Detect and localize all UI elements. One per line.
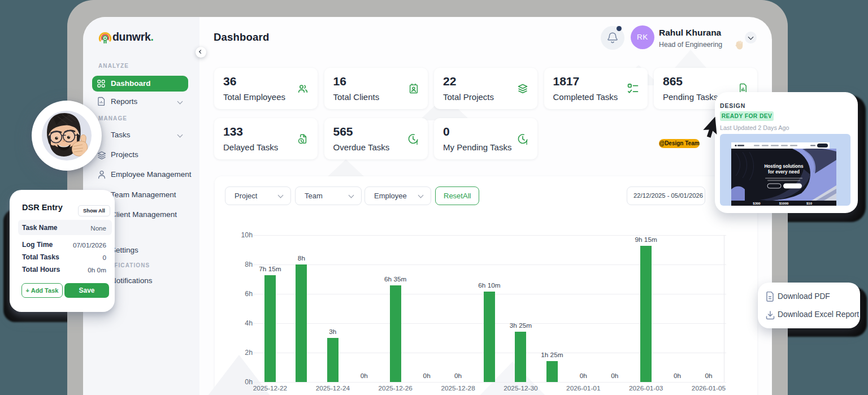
svg-text:$300: $300 xyxy=(753,202,761,205)
svg-text:for every need: for every need xyxy=(768,170,800,175)
svg-text:Hosting solutions: Hosting solutions xyxy=(764,164,804,169)
svg-text:$1000: $1000 xyxy=(779,202,789,205)
svg-text:$10: $10 xyxy=(806,202,813,205)
